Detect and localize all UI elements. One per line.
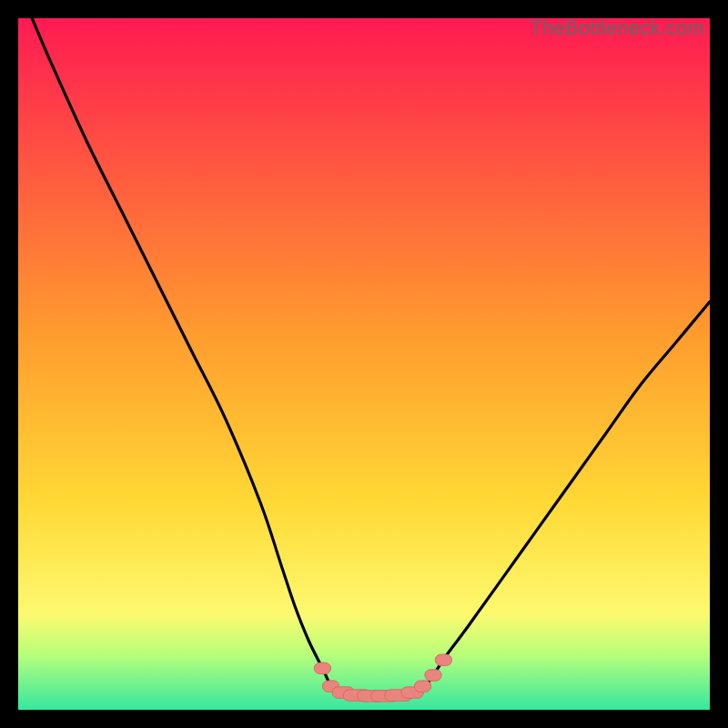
- valley-marker: [414, 681, 430, 692]
- gradient-background: [18, 18, 710, 710]
- valley-marker: [435, 654, 451, 665]
- valley-marker: [425, 670, 441, 681]
- valley-marker: [314, 662, 330, 673]
- bottleneck-chart: [18, 18, 710, 710]
- watermark-text: TheBottleneck.com: [530, 16, 704, 40]
- chart-frame: TheBottleneck.com: [18, 18, 710, 710]
